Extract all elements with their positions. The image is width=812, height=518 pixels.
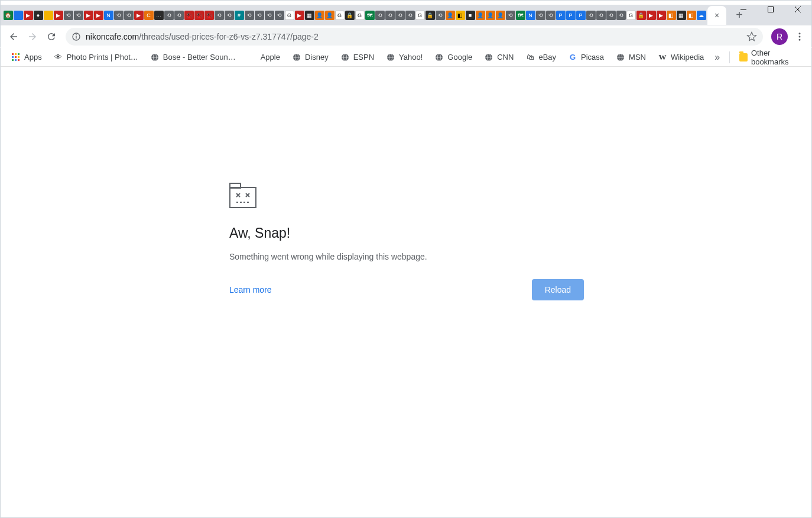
bookmark-item[interactable]: Disney <box>286 49 334 66</box>
mini-tab[interactable]: ▶ <box>54 11 63 20</box>
bookmark-item[interactable]: Yahoo! <box>380 49 428 66</box>
mini-tab[interactable]: ⟲ <box>586 11 596 20</box>
mini-tab[interactable]: G <box>335 11 345 20</box>
mini-tab[interactable]: P <box>576 11 586 20</box>
mini-tab[interactable]: ⟲ <box>405 11 415 20</box>
bookmark-star-icon[interactable] <box>746 31 757 42</box>
mini-tab[interactable]: N <box>526 11 535 20</box>
bookmark-item[interactable]: Apple <box>242 49 286 66</box>
mini-tab[interactable]: 👤 <box>476 11 485 20</box>
mini-tab[interactable]: # <box>235 11 244 20</box>
mini-tab[interactable]: ▶ <box>24 11 33 20</box>
mini-tab[interactable]: ⟲ <box>385 11 395 20</box>
mini-tab[interactable]: G <box>285 11 294 20</box>
mini-tab[interactable]: ▶ <box>94 11 103 20</box>
mini-tab[interactable]: ▶ <box>295 11 304 20</box>
mini-tab[interactable]: ◧ <box>667 11 676 20</box>
mini-tab[interactable] <box>14 11 23 20</box>
site-info-icon[interactable] <box>72 32 81 41</box>
learn-more-link[interactable]: Learn more <box>229 285 272 294</box>
bookmark-item[interactable]: ESPN <box>334 49 380 66</box>
bookmarks-overflow-button[interactable]: » <box>710 52 725 63</box>
mini-tab[interactable]: C <box>144 11 154 20</box>
maximize-button[interactable] <box>757 0 784 19</box>
mini-tab[interactable]: N <box>104 11 113 20</box>
mini-tab[interactable]: ⟲ <box>536 11 545 20</box>
bookmark-item[interactable]: 👁 Photo Prints | Phot… <box>48 49 144 66</box>
other-bookmarks-button[interactable]: Other bookmarks <box>735 48 807 66</box>
back-button[interactable] <box>5 28 22 45</box>
mini-tab[interactable]: 🗺 <box>365 11 375 20</box>
mini-tab[interactable]: ⟲ <box>546 11 556 20</box>
mini-tab[interactable]: ▦ <box>677 11 686 20</box>
close-window-button[interactable] <box>784 0 811 19</box>
mini-tab[interactable]: ⟲ <box>265 11 274 20</box>
mini-tab[interactable]: ■ <box>466 11 475 20</box>
mini-tab[interactable]: 👤 <box>315 11 324 20</box>
mini-tab[interactable]: 👤 <box>486 11 495 20</box>
mini-tab[interactable]: ◧ <box>687 11 696 20</box>
mini-tab[interactable]: ⟲ <box>596 11 606 20</box>
mini-tab[interactable]: ⟲ <box>375 11 385 20</box>
mini-tab[interactable]: ⟲ <box>64 11 73 20</box>
mini-tab[interactable]: ▦ <box>305 11 314 20</box>
chrome-menu-button[interactable] <box>791 28 808 45</box>
mini-tab[interactable]: 👤 <box>325 11 334 20</box>
active-tab[interactable]: × <box>707 6 726 25</box>
mini-tab[interactable]: ⟲ <box>436 11 445 20</box>
mini-tab[interactable]: 🏠 <box>4 11 13 20</box>
mini-tab[interactable]: 🔒 <box>345 11 355 20</box>
mini-tab[interactable]: 👤 <box>496 11 505 20</box>
profile-avatar[interactable]: R <box>771 28 788 45</box>
mini-tab[interactable]: G <box>626 11 636 20</box>
mini-tab[interactable]: ☁ <box>697 11 706 20</box>
mini-tab[interactable]: 🗺 <box>516 11 525 20</box>
bookmark-item[interactable]: 🛍 eBay <box>519 49 562 66</box>
bookmark-item[interactable]: W Wikipedia <box>652 49 710 66</box>
mini-tab[interactable]: G <box>355 11 365 20</box>
mini-tab[interactable]: ▶ <box>134 11 144 20</box>
mini-tab[interactable]: ⟲ <box>114 11 124 20</box>
mini-tab[interactable]: ⟲ <box>606 11 616 20</box>
bookmark-item[interactable]: G Picasa <box>562 49 610 66</box>
bookmark-item[interactable]: MSN <box>610 49 652 66</box>
bookmark-item[interactable]: Google <box>428 49 478 66</box>
mini-tab[interactable]: ⟲ <box>616 11 626 20</box>
mini-tab[interactable]: 🐞 <box>184 11 194 20</box>
mini-tab[interactable]: ⟲ <box>275 11 284 20</box>
mini-tab[interactable]: 🐞 <box>194 11 204 20</box>
reload-page-button[interactable]: Reload <box>532 279 584 300</box>
bookmark-item[interactable]: CNN <box>478 49 519 66</box>
mini-tab[interactable]: P <box>566 11 576 20</box>
bookmark-item[interactable]: Bose - Better Soun… <box>144 49 242 66</box>
apps-shortcut[interactable]: Apps <box>5 49 48 66</box>
reload-button[interactable] <box>43 28 60 45</box>
mini-tab[interactable]: ▶ <box>647 11 656 20</box>
forward-button[interactable] <box>24 28 41 45</box>
mini-tab[interactable]: … <box>154 11 164 20</box>
close-tab-icon[interactable]: × <box>714 11 719 20</box>
mini-tab[interactable]: ● <box>34 11 43 20</box>
mini-tab[interactable]: 🐞 <box>204 11 214 20</box>
mini-tab[interactable]: ⟲ <box>74 11 83 20</box>
mini-tab[interactable]: G <box>415 11 425 20</box>
mini-tab[interactable]: ⟲ <box>255 11 264 20</box>
mini-tab[interactable]: ⟲ <box>245 11 254 20</box>
mini-tab[interactable]: 🔒 <box>636 11 646 20</box>
mini-tab[interactable]: ⟲ <box>506 11 515 20</box>
omnibox[interactable]: nikoncafe.com/threads/used-prices-for-z6… <box>66 28 763 46</box>
mini-tab[interactable] <box>44 11 53 20</box>
mini-tab[interactable]: ⟲ <box>164 11 174 20</box>
mini-tab[interactable]: 🔒 <box>426 11 435 20</box>
mini-tab[interactable]: ◧ <box>456 11 465 20</box>
mini-tab[interactable]: ⟲ <box>395 11 405 20</box>
mini-tab[interactable]: ⟲ <box>215 11 224 20</box>
mini-tab[interactable]: ⟲ <box>124 11 134 20</box>
mini-tab[interactable]: 👤 <box>446 11 455 20</box>
mini-tab[interactable]: ▶ <box>657 11 666 20</box>
mini-tab[interactable]: ⟲ <box>174 11 184 20</box>
mini-tab[interactable]: ▶ <box>84 11 93 20</box>
mini-tab[interactable]: ⟲ <box>225 11 234 20</box>
mini-tab[interactable]: P <box>556 11 566 20</box>
minimize-button[interactable] <box>730 0 757 19</box>
